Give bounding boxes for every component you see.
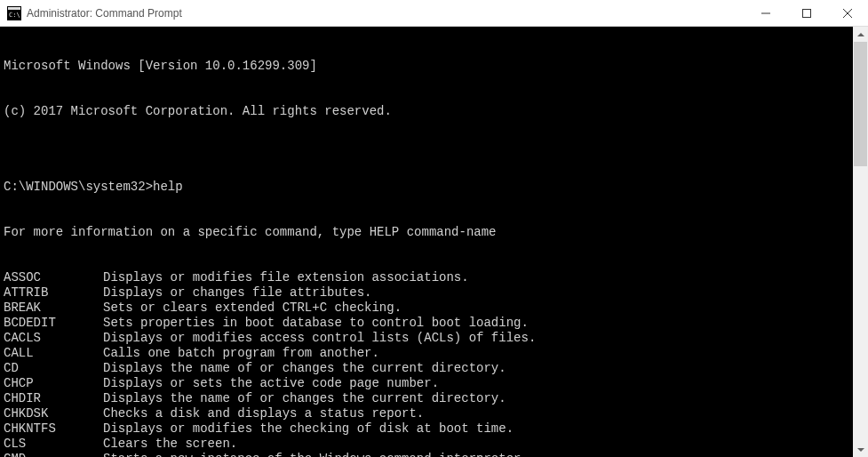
help-command-name: BCDEDIT	[4, 316, 103, 331]
help-command-desc: Displays the name of or changes the curr…	[103, 391, 506, 406]
terminal-wrapper: Microsoft Windows [Version 10.0.16299.30…	[0, 27, 868, 457]
help-command-name: CACLS	[4, 331, 103, 346]
help-command-row: CALLCalls one batch program from another…	[4, 346, 849, 361]
help-command-list: ASSOCDisplays or modifies file extension…	[4, 270, 849, 457]
help-command-name: CLS	[4, 437, 103, 452]
banner-line: (c) 2017 Microsoft Corporation. All righ…	[4, 104, 849, 119]
help-command-desc: Sets properties in boot database to cont…	[103, 316, 529, 331]
prompt-text: C:\WINDOWS\system32>	[4, 180, 153, 194]
svg-marker-7	[857, 33, 864, 36]
svg-rect-4	[803, 9, 811, 17]
svg-marker-8	[857, 448, 864, 452]
help-command-name: CHDIR	[4, 391, 103, 406]
help-command-desc: Checks a disk and displays a status repo…	[103, 406, 424, 421]
help-command-row: BCDEDITSets properties in boot database …	[4, 316, 849, 331]
help-command-row: BREAKSets or clears extended CTRL+C chec…	[4, 301, 849, 316]
close-button[interactable]	[827, 0, 868, 26]
help-command-name: CD	[4, 361, 103, 376]
svg-rect-1	[8, 7, 20, 10]
help-command-desc: Sets or clears extended CTRL+C checking.	[103, 301, 402, 316]
window-title: Administrator: Command Prompt	[27, 7, 745, 20]
help-command-row: CACLSDisplays or modifies access control…	[4, 331, 849, 346]
help-command-desc: Displays or changes file attributes.	[103, 285, 371, 301]
help-command-name: CHKNTFS	[4, 421, 103, 437]
help-command-name: CALL	[4, 346, 103, 361]
help-command-desc: Clears the screen.	[103, 437, 237, 452]
maximize-button[interactable]	[786, 0, 827, 26]
help-command-name: CHCP	[4, 376, 103, 391]
help-command-name: ATTRIB	[4, 285, 103, 301]
help-command-name: CHKDSK	[4, 406, 103, 421]
titlebar[interactable]: C:\ Administrator: Command Prompt	[0, 0, 868, 27]
help-command-desc: Calls one batch program from another.	[103, 346, 379, 361]
help-command-desc: Displays or sets the active code page nu…	[103, 376, 439, 391]
help-command-name: BREAK	[4, 301, 103, 316]
help-command-row: ATTRIBDisplays or changes file attribute…	[4, 285, 849, 301]
help-command-desc: Starts a new instance of the Windows com…	[103, 452, 529, 457]
terminal[interactable]: Microsoft Windows [Version 10.0.16299.30…	[0, 27, 853, 457]
svg-text:C:\: C:\	[9, 12, 20, 19]
minimize-button[interactable]	[745, 0, 786, 26]
help-command-name: CMD	[4, 452, 103, 457]
help-command-row: CHDIRDisplays the name of or changes the…	[4, 391, 849, 406]
help-command-row: ASSOCDisplays or modifies file extension…	[4, 270, 849, 285]
window-controls	[745, 0, 868, 26]
help-command-desc: Displays or modifies access control list…	[103, 331, 536, 346]
help-command-row: CDDisplays the name of or changes the cu…	[4, 361, 849, 376]
banner-line: Microsoft Windows [Version 10.0.16299.30…	[4, 59, 849, 74]
help-command-desc: Displays the name of or changes the curr…	[103, 361, 506, 376]
help-command-row: CLSClears the screen.	[4, 437, 849, 452]
typed-command: help	[153, 180, 183, 194]
help-command-row: CMDStarts a new instance of the Windows …	[4, 452, 849, 457]
scrollbar-thumb[interactable]	[854, 42, 867, 166]
help-command-desc: Displays or modifies file extension asso…	[103, 270, 469, 285]
prompt-line: C:\WINDOWS\system32>help	[4, 180, 849, 195]
help-command-row: CHKNTFSDisplays or modifies the checking…	[4, 421, 849, 437]
cmd-icon: C:\	[7, 6, 21, 20]
scroll-up-arrow[interactable]	[853, 27, 868, 42]
help-command-row: CHCPDisplays or sets the active code pag…	[4, 376, 849, 391]
help-intro: For more information on a specific comma…	[4, 225, 849, 240]
scrollbar[interactable]	[853, 27, 868, 457]
help-command-desc: Displays or modifies the checking of dis…	[103, 421, 514, 437]
help-command-row: CHKDSKChecks a disk and displays a statu…	[4, 406, 849, 421]
scroll-down-arrow[interactable]	[853, 442, 868, 457]
help-command-name: ASSOC	[4, 270, 103, 285]
